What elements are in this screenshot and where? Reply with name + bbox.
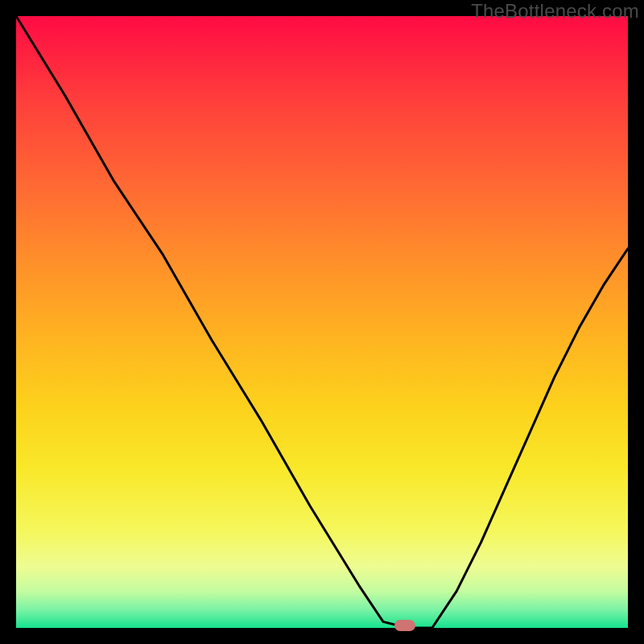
- curve-path: [16, 16, 628, 628]
- chart-frame: TheBottleneck.com: [0, 0, 644, 644]
- bottleneck-curve: [16, 16, 628, 628]
- watermark-text: TheBottleneck.com: [471, 0, 639, 23]
- optimal-point-marker: [394, 620, 415, 631]
- gradient-plot-area: [16, 16, 628, 628]
